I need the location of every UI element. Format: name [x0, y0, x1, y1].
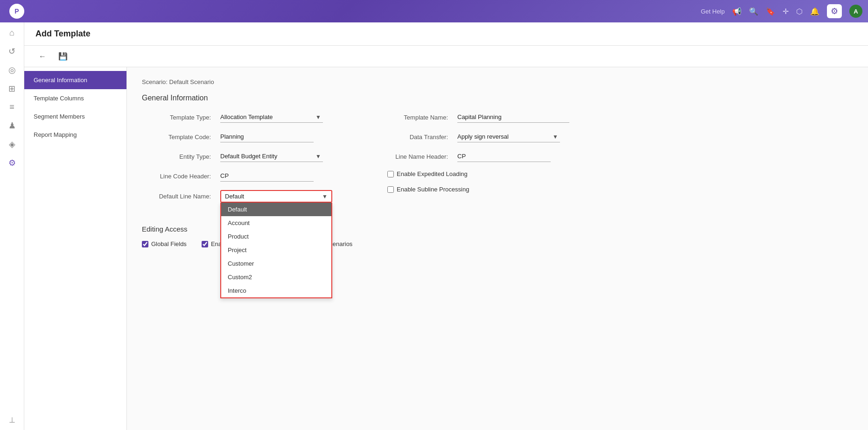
data-transfer-select[interactable]: Apply sign reversal — [457, 131, 560, 142]
form-right-column: Template Name: Data Transfer: Apply sign… — [351, 112, 569, 203]
enable-spreads-checkbox[interactable] — [202, 241, 208, 247]
enable-subline-processing-checkbox-label[interactable]: Enable Subline Processing — [387, 186, 469, 193]
back-icon: ← — [39, 52, 46, 61]
bookmark-icon[interactable]: 🔖 — [766, 7, 775, 16]
nav-item-general-information[interactable]: General Information — [24, 71, 126, 89]
enable-subline-processing-row: Enable Subline Processing — [384, 186, 569, 193]
line-code-header-input[interactable] — [220, 170, 314, 182]
get-help-link[interactable]: Get Help — [701, 8, 725, 15]
option-account[interactable]: Account — [221, 216, 331, 230]
refresh-icon[interactable]: ↺ — [8, 46, 15, 56]
line-code-header-label: Line Code Header: — [142, 173, 217, 180]
option-custom2[interactable]: Custom2 — [221, 270, 331, 284]
nav-item-template-columns[interactable]: Template Columns — [24, 89, 126, 107]
option-default[interactable]: Default — [221, 203, 331, 216]
default-line-name-chevron-icon: ▼ — [322, 193, 328, 200]
template-type-row: Template Type: Allocation Template ▼ — [142, 112, 332, 123]
gear-icon: ⚙ — [831, 6, 838, 16]
template-type-label: Template Type: — [142, 114, 217, 121]
enable-expedited-loading-checkbox[interactable] — [387, 171, 394, 177]
back-button[interactable]: ← — [35, 50, 49, 63]
page-header: Add Template — [24, 22, 868, 46]
toolbar: ← 💾 — [24, 46, 868, 67]
save-icon: 💾 — [58, 52, 68, 61]
entity-type-row: Entity Type: Default Budget Entity ▼ — [142, 151, 332, 162]
option-product[interactable]: Product — [221, 230, 331, 243]
global-fields-checkbox[interactable] — [142, 241, 148, 247]
template-code-label: Template Code: — [142, 134, 217, 141]
main-area: Add Template ← 💾 General Information Tem… — [24, 22, 868, 430]
template-name-input[interactable] — [457, 112, 569, 123]
entity-type-select[interactable]: Default Budget Entity — [220, 151, 323, 162]
global-fields-checkbox-label[interactable]: Global Fields — [142, 240, 187, 247]
default-line-name-row: Default Line Name: Default ▼ Default Acc… — [142, 190, 332, 203]
section-title: General Information — [142, 94, 853, 102]
pin-icon[interactable]: ⊥ — [9, 416, 15, 424]
scenario-line: Scenario: Default Scenario — [142, 78, 853, 85]
tag-icon[interactable]: ◈ — [9, 139, 15, 149]
avatar[interactable]: A — [849, 5, 862, 18]
cube-icon[interactable]: ⬡ — [796, 7, 803, 16]
option-customer[interactable]: Customer — [221, 257, 331, 270]
bell-icon[interactable]: 🔔 — [810, 7, 819, 16]
page-title: Add Template — [35, 29, 91, 39]
enable-subline-processing-label: Enable Subline Processing — [397, 186, 469, 193]
enable-subline-processing-checkbox[interactable] — [387, 186, 394, 193]
line-name-header-input[interactable] — [457, 151, 551, 162]
form-area: Scenario: Default Scenario General Infor… — [127, 67, 868, 430]
line-code-header-row: Line Code Header: — [142, 170, 332, 182]
crosshair-icon[interactable]: ✛ — [783, 7, 789, 16]
global-fields-label: Global Fields — [151, 240, 187, 247]
nav-item-segment-members[interactable]: Segment Members — [24, 107, 126, 126]
template-name-row: Template Name: — [379, 112, 569, 123]
chart-icon[interactable]: ≡ — [9, 102, 14, 112]
line-name-header-label: Line Name Header: — [379, 153, 454, 160]
app-logo: P — [9, 4, 24, 19]
left-sidebar: ⌂ ↺ ◎ ⊞ ≡ ♟ ◈ ⚙ ⊥ — [0, 22, 24, 430]
app-body: ⌂ ↺ ◎ ⊞ ≡ ♟ ◈ ⚙ ⊥ Add Template ← 💾 — [0, 22, 868, 430]
megaphone-icon[interactable]: 📢 — [732, 7, 742, 16]
person-icon[interactable]: ♟ — [8, 120, 16, 131]
form-columns: Template Type: Allocation Template ▼ Tem… — [142, 112, 853, 203]
enable-expedited-loading-checkbox-label[interactable]: Enable Expedited Loading — [387, 170, 468, 177]
target-icon[interactable]: ◎ — [8, 65, 16, 75]
option-interco[interactable]: Interco — [221, 284, 331, 297]
data-transfer-row: Data Transfer: Apply sign reversal ▼ — [379, 131, 569, 142]
enable-expedited-loading-label: Enable Expedited Loading — [397, 170, 468, 177]
save-button[interactable]: 💾 — [55, 49, 71, 63]
content-wrapper: General Information Template Columns Seg… — [24, 67, 868, 430]
entity-type-select-wrapper: Default Budget Entity ▼ — [220, 151, 323, 162]
settings-icon[interactable]: ⚙ — [8, 158, 16, 168]
default-line-name-dropdown-wrapper: Default ▼ Default Account Product Projec… — [220, 190, 332, 203]
template-code-row: Template Code: — [142, 131, 332, 142]
data-transfer-select-wrapper: Apply sign reversal ▼ — [457, 131, 560, 142]
form-left-column: Template Type: Allocation Template ▼ Tem… — [142, 112, 332, 203]
scenario-value: Default Scenario — [169, 78, 214, 85]
template-type-select[interactable]: Allocation Template — [220, 112, 323, 123]
search-icon[interactable]: 🔍 — [749, 7, 758, 16]
default-line-name-label: Default Line Name: — [142, 190, 217, 200]
top-navigation: P Get Help 📢 🔍 🔖 ✛ ⬡ 🔔 ⚙ A — [0, 0, 868, 22]
option-project[interactable]: Project — [221, 243, 331, 257]
default-line-name-options: Default Account Product Project Customer… — [220, 203, 332, 298]
active-tool-box[interactable]: ⚙ — [827, 4, 842, 18]
home-icon[interactable]: ⌂ — [9, 28, 14, 38]
data-transfer-label: Data Transfer: — [379, 134, 454, 141]
default-line-name-value: Default — [225, 193, 322, 200]
enable-expedited-loading-row: Enable Expedited Loading — [384, 170, 569, 177]
template-code-input[interactable] — [220, 131, 314, 142]
template-type-select-wrapper: Allocation Template ▼ — [220, 112, 323, 123]
nav-item-report-mapping[interactable]: Report Mapping — [24, 126, 126, 144]
template-name-label: Template Name: — [379, 114, 454, 121]
default-line-name-active-box[interactable]: Default ▼ — [220, 190, 332, 203]
entity-type-label: Entity Type: — [142, 153, 217, 160]
grid-icon[interactable]: ⊞ — [8, 84, 15, 94]
nav-sidebar: General Information Template Columns Seg… — [24, 67, 127, 430]
line-name-header-row: Line Name Header: — [379, 151, 569, 162]
